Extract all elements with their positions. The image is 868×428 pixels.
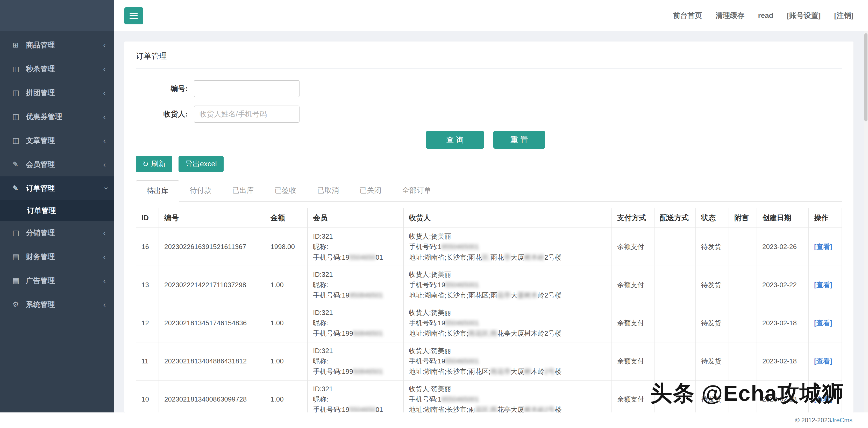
tab-pending-shipment[interactable]: 待出库 [136, 180, 179, 202]
grid-icon: ⊞ [12, 33, 24, 57]
id-cell: 11 [136, 342, 159, 380]
scrollbar-track[interactable] [864, 31, 868, 412]
chevron-left-icon: ‹ [103, 269, 106, 293]
table-row: 1620230226163915216113671998.00ID:321昵称:… [136, 228, 842, 266]
amount-cell: 1.00 [265, 380, 308, 412]
frontend-home-link[interactable]: 前台首页 [673, 11, 702, 21]
sidebar-item-finance[interactable]: ▤财务管理‹ [0, 245, 114, 269]
member-cell: ID:321昵称:手机号码:19550465001 [308, 380, 403, 412]
export-excel-button[interactable]: 导出excel [179, 156, 223, 172]
order-no-cell: 2023021813400863099728 [159, 380, 265, 412]
sidebar-item-coupons[interactable]: ◫优惠券管理‹ [0, 105, 114, 129]
order-no-cell: 2023022214221711037298 [159, 266, 265, 304]
table-row: 1220230218134517461548361.00ID:321昵称:手机号… [136, 304, 842, 342]
sidebar-item-orders[interactable]: ✎订单管理‹ [0, 176, 114, 200]
clear-cache-link[interactable]: 清理缓存 [716, 11, 745, 21]
table-toolbar: ↻ 刷新 导出excel [136, 156, 842, 172]
chevron-left-icon: ‹ [103, 293, 106, 316]
sidebar-item-articles[interactable]: ◫文章管理‹ [0, 129, 114, 152]
chevron-left-icon: ‹ [103, 245, 106, 269]
censored-text: 树木岭 [524, 253, 545, 261]
window-icon: ◫ [12, 129, 24, 152]
sidebar-item-label: 拼团管理 [26, 89, 55, 97]
column-header: 配送方式 [654, 208, 696, 228]
note-cell [729, 266, 757, 304]
sidebar-item-label: 优惠券管理 [26, 113, 62, 121]
topbar: 前台首页清理缓存read[账号设置][注销] [114, 0, 868, 31]
note-cell [729, 304, 757, 342]
tab-received[interactable]: 已签收 [264, 180, 307, 202]
chevron-left-icon: ‹ [103, 33, 106, 57]
recipient-cell: 收货人:贺美丽手机号码:19550465001地址:湖南省;长沙市;雨花区;雨花… [403, 304, 612, 342]
sidebar-item-products[interactable]: ⊞商品管理‹ [0, 33, 114, 57]
id-cell: 16 [136, 228, 159, 266]
search-button[interactable]: 查 询 [426, 131, 484, 149]
brand-link[interactable]: JreCms [831, 417, 852, 424]
censored-text: 9550465001 [441, 395, 479, 403]
tab-shipped[interactable]: 已出库 [222, 180, 264, 202]
window-icon: ◫ [12, 105, 24, 129]
censored-text: 9550465001 [441, 243, 479, 251]
account-settings-link[interactable]: [账号设置] [787, 11, 821, 21]
pay-method-cell: 余额支付 [612, 380, 654, 412]
sidebar-item-label: 财务管理 [26, 253, 55, 261]
created-date-cell: 2023-02-22 [757, 266, 809, 304]
chart-icon: ▤ [12, 245, 24, 269]
status-cell: 待发货 [696, 266, 729, 304]
column-header: 创建日期 [757, 208, 809, 228]
sidebar-item-label: 文章管理 [26, 137, 55, 144]
gear-icon: ⚙ [12, 293, 24, 316]
tab-closed[interactable]: 已关闭 [349, 180, 392, 202]
censored-text: 50846501 [353, 368, 383, 375]
chevron-left-icon: ‹ [103, 81, 106, 105]
view-link[interactable]: [查看] [814, 319, 832, 327]
tab-cancelled[interactable]: 已取消 [307, 180, 349, 202]
chart-icon: ▤ [12, 221, 24, 245]
censored-text: 亭 [504, 253, 511, 261]
scrollbar-thumb[interactable] [864, 33, 867, 121]
column-header: 会员 [308, 208, 403, 228]
order-no-input[interactable] [194, 80, 300, 97]
sidebar-item-members[interactable]: ✎会员管理‹ [0, 152, 114, 176]
column-header: 支付方式 [612, 208, 654, 228]
recipient-input[interactable] [194, 106, 300, 123]
view-link[interactable]: [查看] [814, 357, 832, 365]
view-link[interactable]: [查看] [814, 243, 832, 251]
status-cell: 待发货 [696, 304, 729, 342]
column-header: 状态 [696, 208, 729, 228]
view-link[interactable]: [查看] [814, 281, 832, 289]
sidebar-item-label: 广告管理 [26, 277, 55, 285]
form-actions: 查 询 重 置 [426, 131, 842, 149]
sidebar-item-distribution[interactable]: ▤分销管理‹ [0, 221, 114, 245]
sidebar-item-system[interactable]: ⚙系统管理‹ [0, 293, 114, 316]
chart-icon: ▤ [12, 269, 24, 293]
sidebar-item-group-buy[interactable]: ◫拼团管理‹ [0, 81, 114, 105]
censored-text: 550465001 [445, 357, 479, 365]
sidebar-logo [0, 0, 114, 31]
watermark: 头条 @Echa攻城狮 [650, 379, 844, 408]
action-cell: [查看] [809, 342, 842, 380]
logout-link[interactable]: [注销] [834, 11, 854, 21]
id-cell: 12 [136, 304, 159, 342]
amount-cell: 1.00 [265, 304, 308, 342]
sidebar-toggle-button[interactable] [124, 7, 143, 24]
sidebar-item-flash-sale[interactable]: ◫秒杀管理‹ [0, 57, 114, 81]
member-cell: ID:321昵称:手机号码:19950846501 [308, 304, 403, 342]
tab-all-orders[interactable]: 全部订单 [392, 180, 441, 202]
sidebar-subitem-order-management[interactable]: 订单管理 [0, 200, 114, 221]
table-row: 1320230222142217110372981.00ID:321昵称:手机号… [136, 266, 842, 304]
censored-text: 550465001 [445, 319, 479, 327]
sidebar-item-label: 分销管理 [26, 229, 55, 237]
read-link[interactable]: read [758, 11, 773, 20]
tab-pending-payment[interactable]: 待付款 [179, 180, 222, 202]
censored-text: 花区;雨 [475, 406, 497, 412]
column-header: 编号 [159, 208, 265, 228]
action-cell: [查看] [809, 228, 842, 266]
recipient-cell: 收货人:贺美丽手机号码:19550465001地址:湖南省;长沙市;雨花区;雨花… [403, 380, 612, 412]
reset-button[interactable]: 重 置 [493, 131, 545, 149]
sidebar-item-ads[interactable]: ▤广告管理‹ [0, 269, 114, 293]
column-header: 操作 [809, 208, 842, 228]
sidebar: ⊞商品管理‹◫秒杀管理‹◫拼团管理‹◫优惠券管理‹◫文章管理‹✎会员管理‹✎订单… [0, 0, 114, 412]
topbar-links: 前台首页清理缓存read[账号设置][注销] [673, 0, 854, 31]
refresh-button[interactable]: ↻ 刷新 [136, 156, 172, 172]
